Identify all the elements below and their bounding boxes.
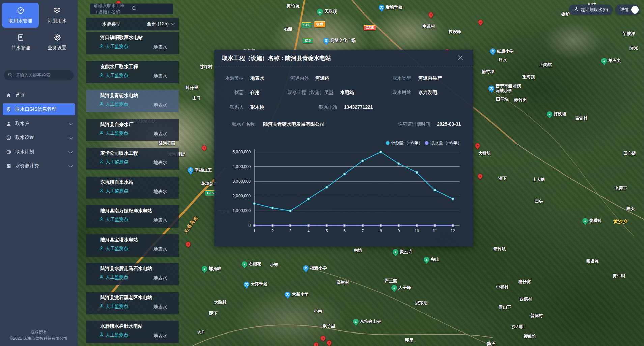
sidebar-item-2[interactable]: 取水户 [3, 117, 75, 130]
map-place-label: 文大新小学 [285, 292, 309, 297]
water-source-type: 地表水 [153, 102, 167, 108]
svg-text:3: 3 [289, 229, 292, 233]
sidebar-menu: 首页取水口GIS信息管理取水户取水设置取水计划水资源计费 [0, 87, 78, 174]
detail-toggle[interactable]: 详情 [615, 5, 640, 15]
blue-poi-marker-icon[interactable]: 文 [323, 38, 329, 44]
red-map-pin-icon[interactable] [474, 142, 481, 149]
station-search-placeholder: 请输入取水工程（设施）名称 [94, 3, 132, 15]
alert-flask-icon [574, 7, 578, 12]
app-water-saving-mgmt[interactable]: 节水管理 [2, 30, 39, 55]
sidebar-item-label: 取水户 [15, 121, 65, 127]
station-list-item[interactable]: 陆河县自来水厂人工监测点地表水 [86, 119, 179, 141]
green-poi-marker-icon[interactable]: ▲ [317, 9, 323, 15]
red-map-pin-icon[interactable] [319, 335, 327, 342]
red-map-pin-icon[interactable] [201, 144, 208, 151]
over-plan-intake-button[interactable]: 超计划取水(0) [569, 5, 613, 15]
sidebar-item-label: 水资源计费 [15, 163, 65, 169]
blue-poi-marker-icon[interactable]: 文 [303, 265, 309, 271]
station-list-item[interactable]: 陆河县南万镇杞洋水电站人工监测点地表水 [86, 205, 179, 228]
person-icon [99, 131, 104, 136]
red-map-pin-icon[interactable] [477, 19, 484, 26]
detail-label: 详情 [620, 7, 629, 13]
green-poi-marker-icon[interactable]: ▲ [582, 218, 588, 224]
monitor-type: 人工监测点 [99, 217, 129, 223]
toggle-knob[interactable] [631, 6, 639, 14]
sidebar-item-4[interactable]: 取水计划 [3, 146, 75, 158]
svg-text:2: 2 [271, 229, 274, 233]
app-planned-water[interactable]: 计划用水 [39, 3, 76, 28]
person-icon [99, 73, 104, 78]
station-list-item[interactable]: 陆河县青碇水电站人工监测点地表水 [86, 90, 179, 112]
blue-poi-marker-icon[interactable]: 文 [244, 282, 249, 287]
user-icon [6, 121, 11, 126]
station-name: 河口镇唱歌潭水电站 [100, 35, 143, 41]
map-place-label: 凹头 [535, 198, 543, 204]
blue-poi-marker-icon[interactable]: 文 [188, 167, 193, 173]
green-poi-marker-icon[interactable]: ▲ [601, 58, 607, 64]
green-poi-marker-icon[interactable]: ▲ [202, 266, 207, 272]
over-plan-label: 超计划取水(0) [581, 7, 608, 13]
chevron-down-icon [69, 164, 73, 167]
field-label: 取水用途 [393, 89, 411, 96]
svg-text:3,000,000: 3,000,000 [233, 179, 251, 184]
station-list-item[interactable]: 东坑镇自来水站人工监测点地表水 [86, 177, 179, 199]
red-map-pin-icon[interactable] [326, 339, 333, 346]
blue-poi-marker-icon[interactable]: 文 [490, 48, 496, 54]
blue-poi-marker-icon[interactable]: 文 [285, 292, 290, 297]
green-poi-marker-icon[interactable]: ▲ [353, 319, 359, 324]
field-value: 13432771221 [344, 104, 373, 110]
sidebar-item-0[interactable]: 首页 [3, 89, 75, 101]
svg-text:5,000,000: 5,000,000 [233, 150, 251, 154]
station-name: 陆河县自来水厂 [100, 122, 133, 128]
station-list-item[interactable]: 陆河县激石溪老区水电站人工监测点地表水 [86, 292, 179, 314]
document-icon [17, 34, 24, 42]
person-icon [99, 246, 104, 251]
green-poi-marker-icon[interactable]: ▲ [424, 257, 429, 262]
svg-text:1,000,000: 1,000,000 [233, 208, 251, 213]
map-place-label: 思茅湖 [415, 300, 428, 306]
green-poi-marker-icon[interactable]: ▲ [242, 261, 247, 267]
map-place-label: 锣鼓坑 [524, 334, 536, 339]
field-label: 联系电话 [319, 104, 337, 110]
map-place-label: ▲东坑尖山寺 [353, 319, 381, 324]
station-list-item[interactable]: 麦卡公司取水工程人工监测点地表水 [86, 148, 179, 170]
station-search-input[interactable]: 请输入取水工程（设施）名称 [90, 3, 173, 14]
app-label: 业务设置 [48, 45, 67, 51]
sidebar-item-1[interactable]: 取水口GIS信息管理 [3, 103, 75, 115]
green-poi-marker-icon[interactable]: ▲ [547, 111, 552, 117]
person-icon [99, 275, 104, 280]
search-icon [8, 73, 12, 78]
blue-poi-marker-icon[interactable]: 文 [379, 5, 384, 10]
map-place-label: 庵头 [626, 206, 635, 212]
red-map-pin-icon[interactable] [477, 172, 484, 180]
green-poi-marker-icon[interactable]: ▲ [393, 249, 398, 255]
red-map-pin-icon[interactable] [427, 11, 435, 18]
road-name-label: 汕湛高速 [182, 215, 199, 234]
app-business-settings[interactable]: 业务设置 [39, 30, 76, 55]
station-list-item[interactable]: 河口镇唱歌潭水电站人工监测点地表水 [86, 32, 179, 54]
sidebar-item-3[interactable]: 取水设置 [3, 132, 75, 144]
app-water-intake-mgmt[interactable]: 取用水管理 [2, 3, 39, 28]
station-list-item[interactable]: 陆河县宝塔水电站人工监测点地表水 [86, 234, 179, 257]
filter-value-dropdown[interactable]: 全部 (125) [147, 21, 174, 27]
waves-icon [54, 7, 61, 15]
map-place-label: 小郑 [270, 262, 278, 268]
water-source-type: 地表水 [153, 333, 167, 339]
close-icon[interactable] [458, 55, 463, 60]
red-map-pin-icon[interactable] [185, 241, 192, 248]
sidebar-item-5[interactable]: 水资源计费 [3, 160, 75, 172]
search-icon [132, 6, 169, 12]
station-list-item[interactable]: 陆河县水唇走马石水电站人工监测点地表水 [86, 263, 179, 285]
keyword-search-input[interactable]: 请输入关键字检索 [4, 70, 74, 80]
map-place-label: 文墩塘学校 [379, 5, 402, 10]
station-list-item[interactable]: 友能水厂取水工程人工监测点地表水 [86, 61, 179, 83]
station-list-item[interactable]: 水唇镇水栏肚水电站人工监测点地表水 [86, 321, 179, 343]
map-place-label: 普德村 [530, 313, 543, 319]
blue-poi-marker-icon[interactable]: 文 [488, 86, 494, 91]
map-place-label: 大排坑 [478, 151, 491, 156]
red-map-pin-icon[interactable] [313, 341, 320, 346]
green-poi-marker-icon[interactable]: ▲ [391, 285, 397, 291]
svg-text:6: 6 [343, 229, 346, 233]
modal-divider [214, 66, 473, 66]
station-name: 陆河县青碇水电站 [100, 92, 138, 99]
